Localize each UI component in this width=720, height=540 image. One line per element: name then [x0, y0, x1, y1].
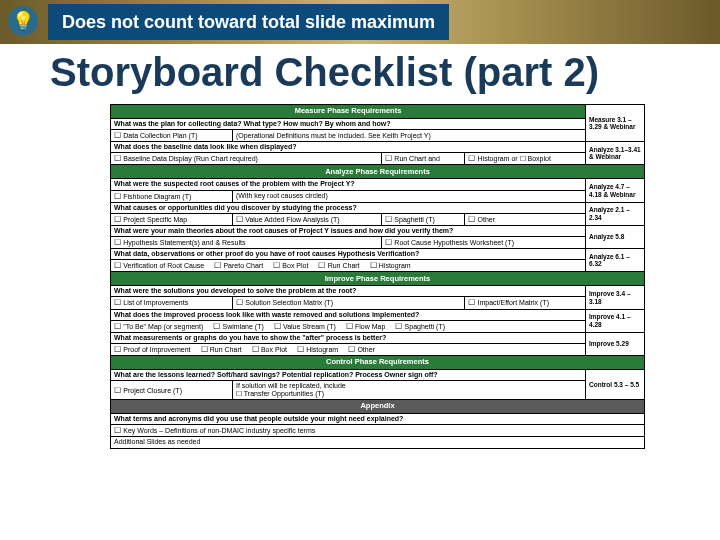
q-m1: What was the plan for collecting data? W… — [111, 119, 586, 130]
item-a2a: Project Specific Map — [111, 213, 233, 225]
item-i2: "To Be" Map (or segment)Swimlane (T)Valu… — [111, 320, 586, 332]
item-i1c: Impact/Effort Matrix (T) — [465, 297, 586, 309]
item-a4: Verification of Root CausePareto ChartBo… — [111, 260, 586, 272]
ref-a4: Analyze 6.1 – 6.32 — [586, 249, 645, 272]
ref-c1: Control 5.3 – 5.5 — [586, 370, 645, 400]
q-c1: What are the lessons learned? Soft/hard … — [111, 370, 586, 381]
item-a1b: (With key root causes circled) — [233, 190, 586, 202]
ref-a1: Analyze 4.7 – 4.18 & Webinar — [586, 179, 645, 202]
item-m1a: Data Collection Plan (T) — [111, 130, 233, 142]
ref-i3: Improve 5.29 — [586, 332, 645, 355]
item-ap1a: Key Words – Definitions of non-DMAIC ind… — [111, 425, 645, 437]
page-title: Storyboard Checklist (part 2) — [50, 50, 599, 95]
q-a1: What were the suspected root causes of t… — [111, 179, 586, 190]
item-i1a: List of Improvements — [111, 297, 233, 309]
q-i3: What measurements or graphs do you have … — [111, 332, 586, 343]
item-m1b: (Operational Definitions must be include… — [233, 130, 586, 142]
ref-m2: Analyze 3.1–3.41 & Webinar — [586, 142, 645, 165]
item-ap2: Additional Slides as needed — [111, 437, 645, 448]
checklist-table-wrap: Measure Phase RequirementsMeasure 3.1 – … — [110, 104, 645, 449]
item-a2d: Other — [465, 213, 586, 225]
ref-i1: Improve 3.4 – 3.18 — [586, 286, 645, 309]
q-i1: What were the solutions you developed to… — [111, 286, 586, 297]
item-m2c: Histogram or ☐ Boxplot — [465, 153, 586, 165]
section-analyze: Analyze Phase Requirements — [111, 165, 645, 179]
section-measure: Measure Phase Requirements — [111, 105, 586, 119]
lightbulb-icon: 💡 — [8, 6, 38, 36]
q-m2: What does the baseline data look like wh… — [111, 142, 586, 153]
item-a1a: Fishbone Diagram (T) — [111, 190, 233, 202]
q-a3: What were your main theories about the r… — [111, 225, 586, 236]
item-a2b: Value Added Flow Analysis (T) — [233, 213, 382, 225]
section-appendix: Appendix — [111, 400, 645, 414]
q-a4: What data, observations or other proof d… — [111, 249, 586, 260]
q-i2: What does the improved process look like… — [111, 309, 586, 320]
q-a2: What causes or opportunities did you dis… — [111, 202, 586, 213]
item-a2c: Spaghetti (T) — [382, 213, 465, 225]
ref-i2: Improve 4.1 – 4.28 — [586, 309, 645, 332]
item-c1a: Project Closure (T) — [111, 381, 233, 400]
item-i1b: Solution Selection Matrix (T) — [233, 297, 465, 309]
ref-m1: Measure 3.1 – 3.29 & Webinar — [586, 105, 645, 142]
ref-a2: Analyze 2.1 – 2.34 — [586, 202, 645, 225]
item-a3a: Hypothesis Statement(s) and & Results — [111, 236, 382, 248]
item-c1b: If solution will be replicated, include … — [233, 381, 586, 400]
checklist-table: Measure Phase RequirementsMeasure 3.1 – … — [110, 104, 645, 449]
banner-note: Does not count toward total slide maximu… — [48, 4, 449, 40]
ref-a3: Analyze 5.8 — [586, 225, 645, 248]
item-a3b: Root Cause Hypothesis Worksheet (T) — [382, 236, 586, 248]
item-m2a: Baseline Data Display (Run Chart require… — [111, 153, 382, 165]
q-ap1: What terms and acronyms did you use that… — [111, 414, 645, 425]
section-improve: Improve Phase Requirements — [111, 272, 645, 286]
section-control: Control Phase Requirements — [111, 356, 645, 370]
item-i3: Proof of ImprovementRun ChartBox PlotHis… — [111, 343, 586, 355]
item-m2b: Run Chart and — [382, 153, 465, 165]
